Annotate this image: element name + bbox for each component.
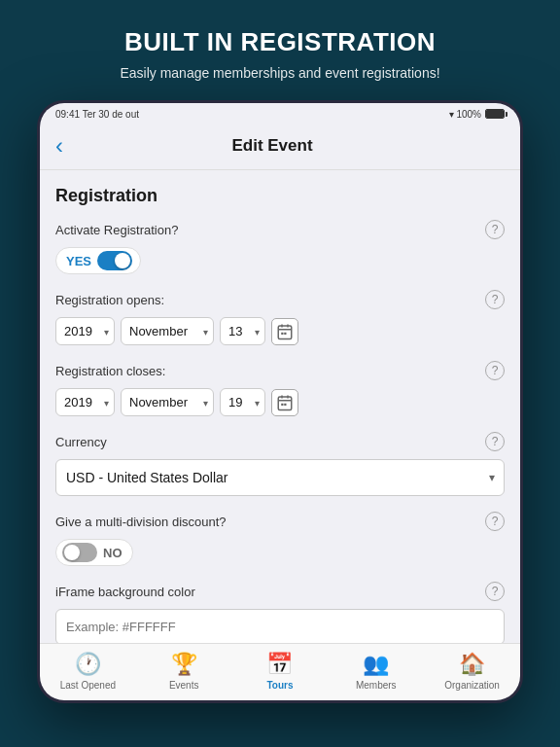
device-frame: 09:41 Ter 30 de out ▾ 100% ‹ Edit Event …	[37, 100, 523, 703]
status-indicators: ▾ 100%	[449, 109, 505, 120]
tab-organization[interactable]: 🏠 Organization	[443, 652, 502, 691]
currency-row: Currency ?	[55, 432, 505, 451]
last-opened-icon: 🕐	[75, 652, 101, 677]
closes-date-row: 2019 2020 January February March April M…	[55, 388, 505, 416]
currency-select-wrapper: USD - United States Dollar EUR - Euro GB…	[55, 459, 505, 496]
multi-division-label: Give a multi-division discount?	[55, 515, 227, 529]
content-area: Registration Activate Registration? ? YE…	[40, 170, 520, 643]
status-bar: 09:41 Ter 30 de out ▾ 100%	[40, 103, 520, 124]
events-icon: 🏆	[171, 652, 197, 677]
battery-icon	[485, 109, 505, 119]
registration-opens-row: Registration opens: ?	[55, 290, 505, 309]
closes-month-select[interactable]: January February March April May June Ju…	[121, 388, 214, 416]
closes-calendar-icon[interactable]	[271, 389, 298, 416]
currency-help-icon[interactable]: ?	[485, 432, 505, 451]
toggle-yes[interactable]: YES	[55, 247, 141, 274]
tours-icon: 📅	[266, 652, 293, 677]
opens-year-select[interactable]: 2019 2020 2021	[55, 317, 115, 345]
closes-year-wrapper: 2019 2020	[55, 388, 115, 416]
opens-calendar-icon[interactable]	[271, 318, 298, 345]
toggle-no[interactable]: NO	[55, 539, 133, 566]
svg-rect-4	[281, 332, 283, 334]
toggle-off-switch[interactable]	[62, 543, 97, 562]
svg-rect-10	[281, 403, 283, 405]
toggle-yes-label: YES	[66, 254, 91, 268]
tab-tours-label: Tours	[266, 680, 293, 691]
marketing-title: BUILT IN REGISTRATION	[120, 27, 439, 57]
marketing-header: BUILT IN REGISTRATION Easily manage memb…	[90, 0, 469, 100]
opens-year-wrapper: 2019 2020 2021	[55, 317, 115, 345]
tab-last-opened-label: Last Opened	[60, 680, 116, 691]
opens-date-row: 2019 2020 2021 January February March Ap…	[55, 317, 505, 345]
activate-help-icon[interactable]: ?	[485, 220, 505, 239]
tab-tours[interactable]: 📅 Tours	[251, 652, 309, 691]
members-icon: 👥	[363, 652, 389, 677]
organization-icon: 🏠	[459, 652, 485, 677]
registration-closes-row: Registration closes: ?	[55, 361, 505, 380]
status-date: Ter 30 de out	[83, 109, 139, 120]
currency-select[interactable]: USD - United States Dollar EUR - Euro GB…	[55, 459, 505, 496]
svg-rect-11	[284, 403, 286, 405]
closes-day-wrapper: 19	[220, 388, 265, 416]
iframe-color-help-icon[interactable]: ?	[485, 582, 505, 601]
opens-month-wrapper: January February March April May June Ju…	[121, 317, 214, 345]
wifi-icon: ▾ 100%	[449, 109, 481, 120]
activate-registration-label: Activate Registration?	[55, 223, 178, 237]
registration-closes-label: Registration closes:	[55, 364, 165, 378]
activate-toggle-container: YES	[55, 247, 505, 274]
activate-registration-row: Activate Registration? ?	[55, 220, 505, 239]
closes-help-icon[interactable]: ?	[485, 361, 505, 380]
status-time-date: 09:41 Ter 30 de out	[55, 109, 139, 120]
multi-division-row: Give a multi-division discount? ?	[55, 512, 505, 531]
multi-division-help-icon[interactable]: ?	[485, 512, 505, 531]
tab-members-label: Members	[356, 680, 397, 691]
toggle-no-label: NO	[103, 546, 122, 560]
iframe-color-label: iFrame background color	[55, 585, 195, 599]
marketing-subtitle: Easily manage memberships and event regi…	[120, 65, 439, 81]
tab-organization-label: Organization	[444, 680, 500, 691]
svg-rect-5	[284, 332, 286, 334]
bottom-tab-bar: 🕐 Last Opened 🏆 Events 📅 Tours 👥 Members…	[40, 643, 520, 700]
back-button[interactable]: ‹	[55, 132, 63, 160]
toggle-on-switch[interactable]	[97, 251, 132, 270]
closes-month-wrapper: January February March April May June Ju…	[121, 388, 214, 416]
opens-day-select[interactable]: 13	[220, 317, 265, 345]
iframe-color-row: iFrame background color ?	[55, 582, 505, 601]
iframe-color-input[interactable]	[55, 609, 505, 643]
multi-division-toggle-container: NO	[55, 539, 505, 566]
tab-events-label: Events	[169, 680, 199, 691]
tab-members[interactable]: 👥 Members	[347, 652, 405, 691]
closes-year-select[interactable]: 2019 2020	[55, 388, 115, 416]
closes-day-select[interactable]: 19	[220, 388, 265, 416]
nav-title: Edit Event	[73, 136, 472, 156]
tab-events[interactable]: 🏆 Events	[155, 652, 213, 691]
registration-section-title: Registration	[55, 186, 505, 206]
currency-label: Currency	[55, 435, 107, 449]
status-time: 09:41	[55, 109, 80, 120]
opens-help-icon[interactable]: ?	[485, 290, 505, 309]
tab-last-opened[interactable]: 🕐 Last Opened	[58, 652, 117, 691]
opens-day-wrapper: 13	[220, 317, 265, 345]
nav-bar: ‹ Edit Event	[40, 124, 520, 170]
registration-opens-label: Registration opens:	[55, 293, 164, 307]
opens-month-select[interactable]: January February March April May June Ju…	[121, 317, 214, 345]
